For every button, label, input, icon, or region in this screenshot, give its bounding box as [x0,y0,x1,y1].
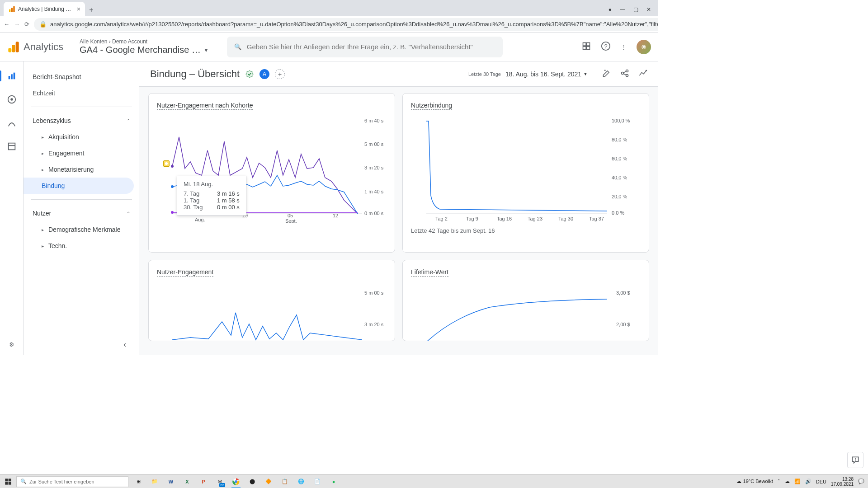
minimize-icon[interactable]: — [620,6,625,13]
back-icon[interactable]: ← [4,20,9,29]
browser-tab-strip: Analytics | Bindung – Übersicht × + ● — … [0,0,658,16]
chart-ltv[interactable]: 3,00 $ 2,00 $ [411,281,641,341]
verified-icon [245,70,254,79]
customize-report-icon[interactable] [602,69,611,79]
chart-engagement[interactable]: 5 m 00 s 3 m 20 s [157,281,387,341]
nav-section-lifecycle[interactable]: Lebenszyklus⌃ [24,113,139,129]
account-selector[interactable]: Alle Konten › Demo Account GA4 - Google … [80,38,209,55]
explore-rail-icon[interactable] [6,94,17,105]
chevron-right-icon: ▸ [42,227,44,232]
analytics-logo-icon [7,41,20,53]
nav-demografie[interactable]: ▸Demografische Merkmale [24,221,139,238]
analytics-favicon [8,5,15,13]
forward-icon[interactable]: → [14,20,20,29]
nav-snapshot[interactable]: Bericht-Snapshot [24,69,139,85]
maximize-icon[interactable]: ▢ [633,6,638,13]
svg-text:80,0 %: 80,0 % [612,137,627,142]
card-title: Nutzer-Engagement [157,268,213,277]
svg-text:60,0 %: 60,0 % [612,156,627,161]
window-controls: ● — ▢ ✕ [609,6,655,16]
svg-rect-12 [8,76,10,79]
nav-divider [31,107,132,107]
tooltip-date: Mi. 18 Aug. [184,181,240,188]
chevron-right-icon: ▸ [42,135,44,140]
nav-realtime[interactable]: Echtzeit [24,85,139,101]
svg-point-41 [171,211,174,214]
new-tab-button[interactable]: + [85,4,98,16]
svg-line-24 [623,71,627,73]
insights-icon[interactable] [638,69,647,79]
svg-text:0 m 00 s: 0 m 00 s [364,211,384,216]
account-dot-icon[interactable]: ● [609,6,612,13]
chevron-down-icon: ▼ [583,71,588,76]
svg-text:5 m 00 s: 5 m 00 s [364,290,384,296]
svg-text:Sept.: Sept. [285,218,297,223]
left-rail: ⚙ [0,61,24,355]
kebab-icon[interactable]: ⋮ [621,43,627,50]
svg-text:Tag 23: Tag 23 [528,216,542,221]
diagnostics-icon[interactable] [582,42,591,52]
user-avatar[interactable]: ㊚ [637,40,651,54]
cursor-marker [163,160,170,167]
content-area: Bindung – Übersicht A + Letzte 30 Tage 1… [139,61,658,355]
svg-text:3,00 $: 3,00 $ [616,290,630,296]
svg-point-39 [171,165,174,168]
svg-rect-20 [604,70,606,71]
card-engagement: Nutzer-Engagement 5 m 00 s 3 m 20 s [148,260,395,341]
nav-section-user[interactable]: Nutzer⌃ [24,205,139,221]
nav-engagement[interactable]: ▸Engagement [24,145,139,161]
share-icon[interactable] [620,69,629,79]
svg-rect-2 [13,6,14,12]
close-icon[interactable]: × [77,5,80,13]
card-retention: Nutzerbindung 100,0 % 80,0 % 60,0 % 40,0… [402,93,649,253]
svg-rect-4 [12,45,15,52]
search-input[interactable] [247,43,495,51]
svg-marker-19 [246,70,254,78]
advertising-rail-icon[interactable] [6,117,17,128]
svg-rect-3 [8,48,11,52]
address-bar: ← → ⟳ 🔒 analytics.google.com/analytics/w… [0,16,658,33]
configure-rail-icon[interactable] [6,141,17,152]
browser-tab[interactable]: Analytics | Bindung – Übersicht × [4,2,85,16]
lock-icon: 🔒 [39,21,47,28]
nav-monetarisierung[interactable]: ▸Monetarisierung [24,161,139,178]
svg-text:100,0 %: 100,0 % [612,118,630,123]
reports-rail-icon[interactable] [6,70,17,81]
add-segment-button[interactable]: + [275,69,285,79]
analytics-logo[interactable]: Analytics [7,41,63,53]
segment-chip[interactable]: A [259,69,269,79]
chart-retention[interactable]: 100,0 % 80,0 % 60,0 % 40,0 % 20,0 % 0,0 … [411,114,641,223]
svg-text:Tag 2: Tag 2 [435,216,448,221]
svg-text:3 m 20 s: 3 m 20 s [364,322,384,327]
chevron-up-icon: ⌃ [127,118,130,123]
date-range-picker[interactable]: Letzte 30 Tage 18. Aug. bis 16. Sept. 20… [468,70,588,78]
cards-grid: Nutzer-Engagement nach Kohorte 6 m 40 s … [139,87,658,355]
nav-akquisition[interactable]: ▸Akquisition [24,129,139,145]
collapse-sidebar-button[interactable]: ‹ [118,337,132,352]
svg-rect-8 [583,47,586,50]
svg-point-40 [171,185,174,188]
svg-rect-14 [13,73,15,80]
chart-engagement-cohort[interactable]: 6 m 40 s 5 m 00 s 3 m 20 s 1 m 40 s 0 m … [157,114,387,223]
admin-rail-icon[interactable]: ⚙ [6,339,17,350]
reload-icon[interactable]: ⟳ [24,20,29,29]
card-title: Nutzer-Engagement nach Kohorte [157,102,253,110]
svg-rect-17 [8,143,15,150]
help-icon[interactable]: ? [601,41,611,52]
url-input[interactable]: 🔒 analytics.google.com/analytics/web/#/p… [34,18,658,31]
svg-text:Tag 37: Tag 37 [589,216,604,221]
search-box[interactable]: 🔍 [227,37,503,57]
svg-text:12: 12 [333,213,338,218]
chevron-down-icon: ▼ [203,47,209,53]
card-title: Nutzerbindung [411,102,452,110]
nav-bindung[interactable]: Bindung [24,178,134,194]
svg-rect-7 [587,43,590,46]
close-window-icon[interactable]: ✕ [646,6,651,13]
product-name: Analytics [24,41,63,53]
svg-text:Aug.: Aug. [195,217,205,222]
svg-point-16 [10,98,13,101]
svg-rect-5 [16,42,19,52]
nav-techn[interactable]: ▸Techn. [24,238,139,254]
nav-divider [31,199,132,200]
svg-line-25 [623,74,627,75]
